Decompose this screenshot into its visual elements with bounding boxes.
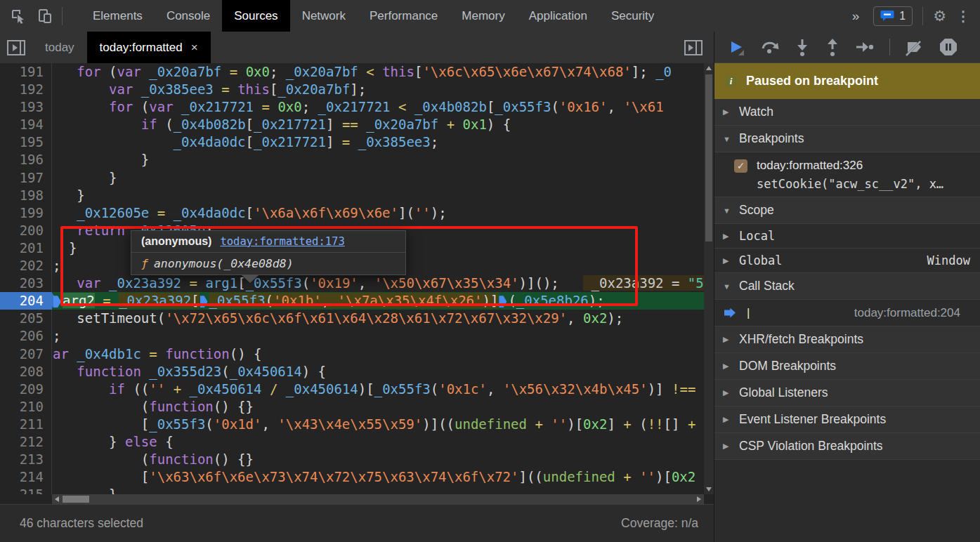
code-line[interactable]: 212 } else { — [0, 433, 704, 451]
panel-tab-elements[interactable]: Elements — [81, 0, 155, 32]
code-line[interactable]: 210 (function() {} — [0, 398, 704, 416]
line-number[interactable]: 212 — [0, 433, 52, 451]
code-text[interactable]: } — [52, 187, 704, 204]
horizontal-scrollbar[interactable] — [52, 494, 704, 504]
code-text[interactable]: ; — [52, 327, 704, 345]
scroll-left-arrow[interactable] — [52, 494, 62, 504]
line-number[interactable]: 193 — [0, 98, 52, 116]
code-line[interactable]: 208 function _0x355d23(_0x450614) { — [0, 363, 704, 381]
inline-breakpoint-marker-icon[interactable] — [200, 296, 208, 308]
code-line[interactable]: 215 } — [0, 486, 704, 494]
close-tab-icon[interactable]: × — [191, 41, 198, 55]
vertical-scrollbar[interactable] — [704, 63, 714, 494]
code-text[interactable]: _0x12605e = _0x4da0dc['\x6a\x6f\x69\x6e'… — [52, 204, 704, 222]
line-number[interactable]: 202 — [0, 257, 52, 275]
line-number[interactable]: 213 — [0, 451, 52, 468]
step-over-button[interactable] — [760, 38, 780, 56]
scroll-down-arrow[interactable] — [704, 484, 714, 494]
line-number[interactable]: 201 — [0, 239, 52, 257]
code-line[interactable]: 204arg2 = _0x23a392[_0x55f3('0x1b', '\x7… — [0, 292, 704, 310]
line-number[interactable]: 197 — [0, 169, 52, 187]
line-number[interactable]: 204 — [0, 292, 52, 310]
call-stack-frame[interactable]: | today:formatted:204 — [714, 300, 980, 326]
code-line[interactable]: 198 } — [0, 187, 704, 204]
line-number[interactable]: 200 — [0, 222, 52, 239]
step-button[interactable] — [855, 38, 875, 56]
line-number[interactable]: 215 — [0, 486, 52, 494]
line-number[interactable]: 199 — [0, 204, 52, 222]
resume-button[interactable] — [727, 38, 745, 56]
scroll-up-arrow[interactable] — [704, 63, 714, 73]
code-line[interactable]: 193 for (var _0x217721 = 0x0; _0x217721 … — [0, 98, 704, 116]
code-text[interactable]: arg2 = _0x23a392[_0x55f3('0x1b', '\x7a\x… — [52, 292, 704, 310]
code-text[interactable]: } — [52, 486, 704, 494]
code-text[interactable]: } — [52, 169, 704, 187]
code-line[interactable]: 191 for (var _0x20a7bf = 0x0; _0x20a7bf … — [0, 63, 704, 81]
code-text[interactable]: for (var _0x20a7bf = 0x0; _0x20a7bf < th… — [52, 63, 704, 81]
line-number[interactable]: 214 — [0, 468, 52, 486]
panel-tab-performance[interactable]: Performance — [358, 0, 450, 32]
code-text[interactable]: } else { — [52, 433, 704, 451]
scroll-right-arrow[interactable] — [694, 494, 704, 504]
inline-breakpoint-marker-icon[interactable] — [499, 296, 507, 308]
scope-local[interactable]: ▶ Local — [714, 224, 980, 249]
console-messages-badge[interactable]: 1 — [873, 6, 913, 26]
file-tab-today[interactable]: today — [32, 32, 87, 63]
line-number[interactable]: 209 — [0, 381, 52, 398]
section-event-listener-breakpoints[interactable]: ▶ Event Listener Breakpoints — [714, 407, 980, 433]
code-line[interactable]: 192 var _0x385ee3 = this[_0x20a7bf]; — [0, 81, 704, 98]
device-toolbar-icon[interactable] — [37, 8, 53, 25]
code-line[interactable]: 203 var _0x23a392 = arg1[_0x55f3('0x19',… — [0, 275, 704, 292]
line-number[interactable]: 210 — [0, 398, 52, 416]
code-text[interactable]: (function() {} — [52, 451, 704, 468]
line-number[interactable]: 205 — [0, 310, 52, 327]
breakpoint-checkbox[interactable]: ✓ — [734, 159, 747, 173]
horizontal-scroll-thumb[interactable] — [63, 496, 89, 503]
code-text[interactable]: var _0x385ee3 = this[_0x20a7bf]; — [52, 81, 704, 98]
section-scope[interactable]: ▼ Scope — [714, 197, 980, 224]
code-line[interactable]: 207ar _0x4db1c = function() { — [0, 345, 704, 363]
inline-breakpoint-marker-icon[interactable] — [53, 296, 61, 308]
line-number[interactable]: 191 — [0, 63, 52, 81]
code-text[interactable]: } — [52, 151, 704, 168]
line-number[interactable]: 207 — [0, 345, 52, 363]
section-xhr-breakpoints[interactable]: ▶ XHR/fetch Breakpoints — [714, 326, 980, 353]
section-csp-violation-breakpoints[interactable]: ▶ CSP Violation Breakpoints — [714, 433, 980, 460]
code-text[interactable]: if (_0x4b082b[_0x217721] == _0x20a7bf + … — [52, 116, 704, 133]
code-line[interactable]: 196 } — [0, 151, 704, 168]
pause-on-exceptions-button[interactable] — [939, 38, 958, 56]
kebab-menu-icon[interactable]: ⋮ — [956, 8, 970, 25]
file-tab-today-formatted[interactable]: today:formatted × — [87, 32, 211, 63]
section-watch[interactable]: ▶ Watch — [714, 99, 980, 126]
panel-tab-application[interactable]: Application — [517, 0, 599, 32]
code-text[interactable]: for (var _0x217721 = 0x0; _0x217721 < _0… — [52, 98, 704, 116]
toggle-debugger-sidebar-icon[interactable] — [684, 40, 703, 55]
vertical-scroll-thumb[interactable] — [705, 74, 712, 242]
tooltip-source-link[interactable]: today:formatted:173 — [220, 235, 344, 248]
panel-tab-sources[interactable]: Sources — [222, 0, 289, 32]
line-number[interactable]: 195 — [0, 133, 52, 151]
inspect-element-icon[interactable] — [10, 8, 27, 25]
line-number[interactable]: 206 — [0, 327, 52, 345]
scope-global[interactable]: ▶ Global Window — [714, 249, 980, 273]
section-global-listeners[interactable]: ▶ Global Listeners — [714, 380, 980, 407]
code-line[interactable]: 211 [_0x55f3('0x1d', '\x43\x4e\x55\x59')… — [0, 416, 704, 433]
panel-tab-console[interactable]: Console — [155, 0, 222, 32]
line-number[interactable]: 192 — [0, 81, 52, 98]
step-into-button[interactable] — [795, 38, 810, 56]
code-text[interactable]: function _0x355d23(_0x450614) { — [52, 363, 704, 381]
code-line[interactable]: 214 ['\x63\x6f\x6e\x73\x74\x72\x75\x63\x… — [0, 468, 704, 486]
line-number[interactable]: 208 — [0, 363, 52, 381]
code-line[interactable]: 209 if (('' + _0x450614 / _0x450614)[_0x… — [0, 381, 704, 398]
deactivate-breakpoints-button[interactable] — [905, 38, 925, 56]
code-text[interactable]: ar _0x4db1c = function() { — [52, 345, 704, 363]
line-number[interactable]: 211 — [0, 416, 52, 433]
code-text[interactable]: if (('' + _0x450614 / _0x450614)[_0x55f3… — [52, 381, 704, 398]
code-line[interactable]: 213 (function() {} — [0, 451, 704, 468]
more-tabs-chevron[interactable]: » — [848, 8, 864, 24]
code-line[interactable]: 199 _0x12605e = _0x4da0dc['\x6a\x6f\x69\… — [0, 204, 704, 222]
section-call-stack[interactable]: ▼ Call Stack — [714, 273, 980, 300]
code-line[interactable]: 205 setTimeout('\x72\x65\x6c\x6f\x61\x64… — [0, 310, 704, 327]
section-breakpoints[interactable]: ▼ Breakpoints — [714, 126, 980, 152]
breakpoint-entry[interactable]: ✓ today:formatted:326 setCookie("acw_sc_… — [714, 152, 980, 197]
